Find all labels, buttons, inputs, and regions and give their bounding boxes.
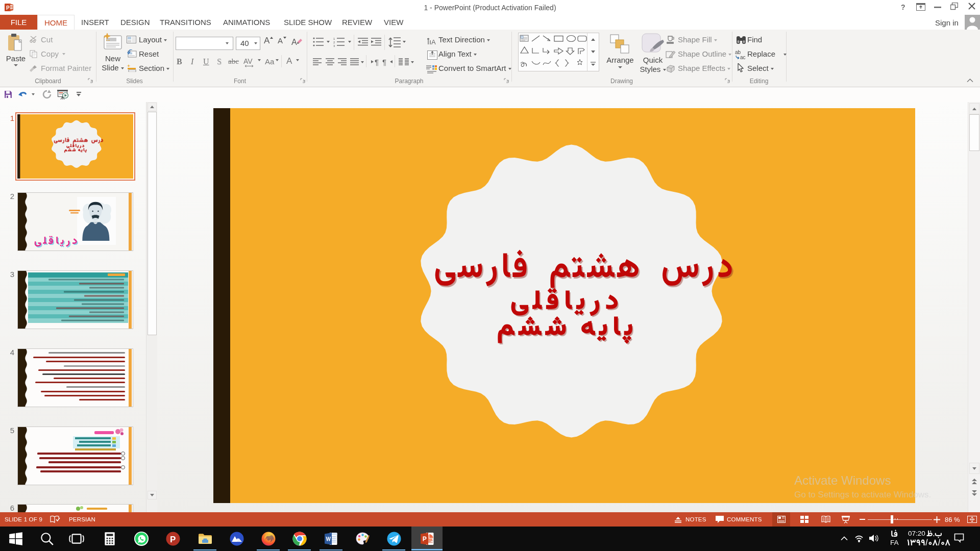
svg-text:¶: ¶ (375, 58, 379, 66)
svg-text:A: A (431, 38, 436, 45)
svg-text:A: A (291, 38, 297, 46)
svg-text:3: 3 (333, 44, 335, 47)
svg-text:P: P (170, 535, 176, 544)
svg-text:1: 1 (333, 37, 335, 40)
svg-text:¶: ¶ (382, 58, 386, 66)
svg-text:ac: ac (740, 55, 746, 60)
svg-text:AV: AV (243, 57, 253, 65)
svg-text:?: ? (901, 3, 905, 11)
svg-text:2: 2 (333, 41, 335, 44)
